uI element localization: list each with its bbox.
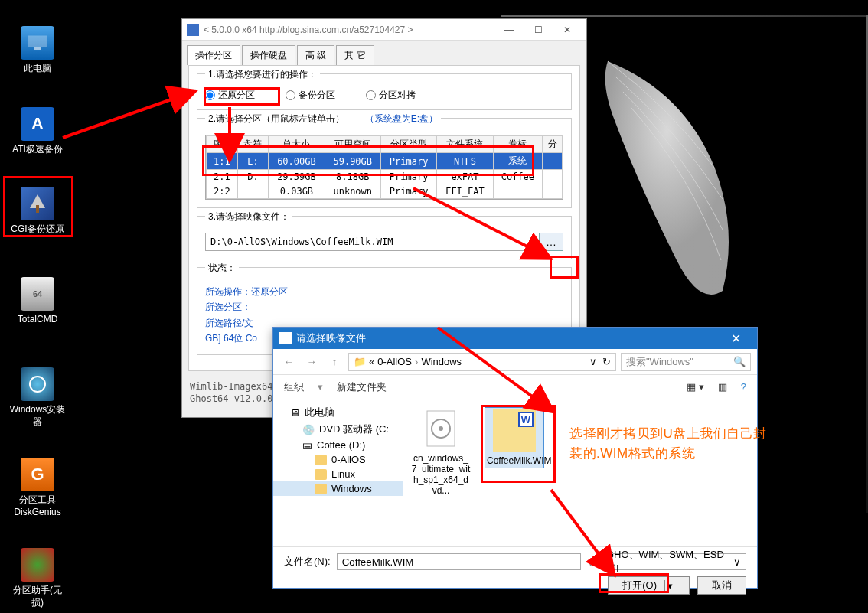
section-image-file: 3.请选择映像文件： … [197,216,572,259]
section-label: 3.请选择映像文件： [205,210,292,223]
radio-copy[interactable]: 分区对拷 [366,89,416,102]
tree-coffee[interactable]: 🖴Coffee (D:) [273,438,403,452]
desktop-icon-ati[interactable]: A ATI极速备份 [8,107,67,156]
filetype-select[interactable]: GHO、WIM、SWM、ESD和I∨ [601,553,746,570]
titlebar[interactable]: < 5.0.0.0 x64 http://blog.sina.com.cn/a5… [182,19,586,41]
file-item[interactable]: cn_windows_7_ultimate_with_sp1_x64_dvd..… [411,407,471,496]
section-operation: 1.请选择您要进行的操作： 还原分区 备份分区 分区对拷 [197,73,572,110]
windows-icon [21,367,54,401]
tab-bar: 操作分区 操作硬盘 高 级 其 它 [182,41,586,65]
desktop-icon-diskgenius[interactable]: G 分区工具DiskGenius [8,458,67,518]
wim-icon: W [493,409,536,452]
file-item-selected[interactable]: W CoffeeMilk.WIM [485,407,544,468]
desktop-icon-totalcmd[interactable]: 64 TotalCMD [8,277,67,326]
col-drv: 盘符 [237,136,269,153]
back-button[interactable]: ← [279,353,298,371]
col-fs: 文件系统 [437,136,493,153]
col-size: 总大小 [269,136,325,153]
col-extra: 分 [543,136,563,153]
system-disk-hint: （系统盘为E:盘） [365,113,438,124]
crumb-item[interactable]: Windows [421,356,462,367]
dialog-close-button[interactable]: ✕ [720,331,751,346]
tree-linux[interactable]: Linux [273,467,403,481]
desktop-icon-label: 分区助手(无损) [8,585,67,608]
desktop-icon-label: TotalCMD [8,314,67,326]
folder-tree[interactable]: 🖥此电脑 💿DVD 驱动器 (C: 🖴Coffee (D:) 0-AllOS L… [273,399,403,546]
forward-button[interactable]: → [302,353,321,371]
tree-dvd[interactable]: 💿DVD 驱动器 (C: [273,421,403,438]
file-name: cn_windows_7_ultimate_with_sp1_x64_dvd..… [411,453,471,496]
pc-icon [21,26,54,60]
image-path-input[interactable] [205,233,534,251]
col-label: 卷标 [493,136,542,153]
view-button[interactable]: ▦ ▾ [687,381,704,393]
filename-input[interactable] [337,553,581,570]
partition-table[interactable]: 序号 盘符 总大小 可用空间 分区类型 文件系统 卷标 分 1:1E:60.00… [206,135,563,199]
col-idx: 序号 [207,136,238,153]
maximize-button[interactable]: ☐ [524,21,553,38]
breadcrumb[interactable]: 📁 « 0-AllOS › Windows ∨ ↻ [348,353,616,371]
toolbar: 组织▾ 新建文件夹 ▦ ▾ ▥ ? [273,375,757,399]
close-button[interactable]: ✕ [553,21,582,38]
svg-rect-3 [36,205,39,213]
svg-point-7 [439,426,443,431]
radio-backup[interactable]: 备份分区 [286,89,335,102]
cgi-icon [21,187,54,220]
open-button[interactable]: 打开(O)▾ [608,576,690,595]
filename-label: 文件名(N): [284,555,331,569]
tree-windows[interactable]: Windows [273,481,403,496]
organize-menu[interactable]: 组织 [284,380,304,394]
table-row[interactable]: 2:20.03GBunknownPrimaryEFI_FAT [207,184,563,199]
desktop-icon-label: Windows安装器 [8,404,67,428]
search-input[interactable]: 搜索"Windows" 🔍 [621,353,751,371]
desktop-icon-this-pc[interactable]: 此电脑 [8,26,67,75]
tab-disk[interactable]: 操作硬盘 [242,45,295,65]
table-row[interactable]: 2:1D:29.59GB8.18GBPrimaryexFATCoffee [207,170,563,184]
svg-point-4 [30,377,45,392]
annotation-text: 选择刚才拷贝到U盘上我们自己封 装的.WIM格式的系统 [569,424,767,463]
section-label: 2.请选择分区（用鼠标左键单击） （系统盘为E:盘） [205,112,441,126]
dialog-icon [279,332,292,344]
crumb-item[interactable]: 0-AllOS [377,356,412,367]
up-button[interactable]: ↑ [325,353,344,371]
tree-allos[interactable]: 0-AllOS [273,452,403,467]
partition-assist-icon [21,548,54,582]
file-list[interactable]: cn_windows_7_ultimate_with_sp1_x64_dvd..… [403,399,757,546]
tree-this-pc[interactable]: 🖥此电脑 [273,404,403,421]
desktop-icon-win-installer[interactable]: Windows安装器 [8,367,67,428]
section-partition-select: 2.请选择分区（用鼠标左键单击） （系统盘为E:盘） 序号 盘符 总大小 可用空… [197,118,572,208]
iso-icon [419,407,462,450]
svg-rect-1 [34,47,41,50]
new-folder-button[interactable]: 新建文件夹 [337,380,387,394]
file-name: CoffeeMilk.WIM [487,455,542,466]
app-icon [187,24,199,36]
diskgenius-icon: G [21,458,54,491]
radio-restore[interactable]: 还原分区 [205,89,255,102]
dialog-titlebar[interactable]: 请选择映像文件 ✕ [273,328,757,349]
preview-button[interactable]: ▥ [718,381,727,393]
totalcmd-icon: 64 [21,277,54,311]
filename-row: 文件名(N): ∨ GHO、WIM、SWM、ESD和I∨ [273,546,757,576]
browse-button[interactable]: … [539,233,563,251]
status-part: 所选分区： [205,299,563,315]
minimize-button[interactable]: — [494,21,524,38]
ati-icon: A [21,107,54,141]
desktop-icon-label: 分区工具DiskGenius [8,494,67,518]
dialog-title: 请选择映像文件 [296,331,366,345]
tab-partition[interactable]: 操作分区 [187,45,240,65]
desktop-icon-partition-assist[interactable]: 分区助手(无损) [8,548,67,608]
status-op: 所选操作：还原分区 [205,284,563,299]
desktop-icon-label: ATI极速备份 [8,144,67,156]
cancel-button[interactable]: 取消 [697,576,746,595]
window-title: < 5.0.0.0 x64 http://blog.sina.com.cn/a5… [204,24,413,35]
col-ptype: 分区类型 [380,136,436,153]
section-label: 1.请选择您要进行的操作： [205,68,320,81]
desktop-icon-cgi[interactable]: CGI备份还原 [8,187,67,236]
help-button[interactable]: ? [741,381,746,393]
table-row[interactable]: 1:1E:60.00GB59.90GBPrimaryNTFS系统 [207,153,563,170]
tab-other[interactable]: 其 它 [336,45,374,65]
tab-advanced[interactable]: 高 级 [297,45,334,65]
desktop-icon-label: CGI备份还原 [8,223,67,236]
nav-bar: ← → ↑ 📁 « 0-AllOS › Windows ∨ ↻ 搜索"Windo… [273,349,757,375]
desktop-icon-label: 此电脑 [8,63,67,75]
